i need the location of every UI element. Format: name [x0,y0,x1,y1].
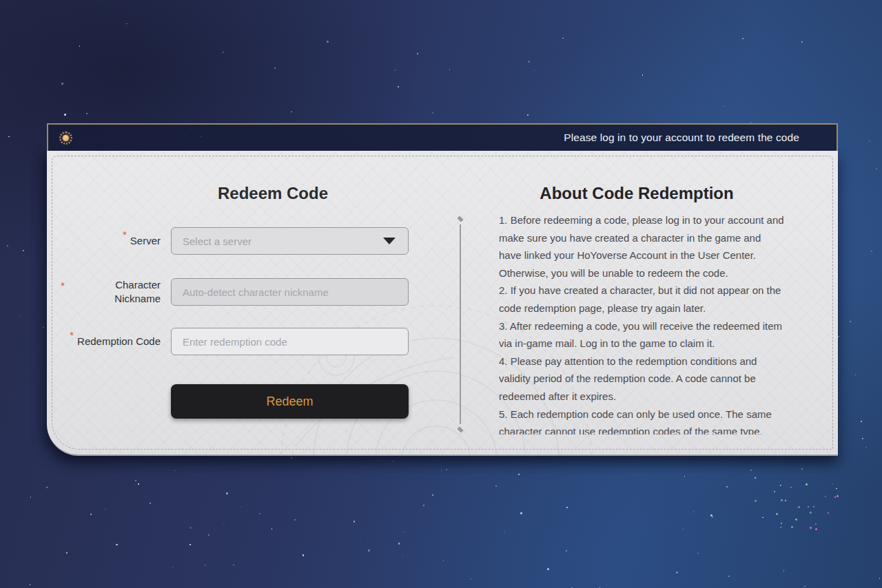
required-asterisk: * [123,227,127,242]
redemption-header-bar: Please log in to your account to redeem … [47,123,838,151]
nickname-input[interactable] [171,278,409,306]
server-select-placeholder: Select a server [183,235,252,247]
divider-diamond-top [457,216,463,222]
redeem-form-title: Redeem Code [66,184,480,203]
nickname-label: * Character Nickname [61,278,161,306]
server-label: * Server [61,227,161,255]
redemption-code-input[interactable] [171,328,409,355]
about-item: 3. After redeeming a code, you will rece… [499,317,786,353]
login-notice-text: Please log in to your account to redeem … [564,132,799,144]
server-select[interactable]: Select a server [171,227,409,255]
chevron-down-icon [383,238,396,244]
about-item: 1. Before redeeming a code, please log i… [499,211,786,282]
about-item: 5. Each redemption code can only be used… [499,406,786,434]
page: { "header": { "notice": "Please log in t… [0,0,882,588]
about-title: About Code Redemption [478,184,795,203]
divider-diamond-bottom [457,426,463,432]
about-item: 4. Please pay attention to the redemptio… [499,353,786,406]
redemption-card: Redeem Code * Server Select a server * C… [47,151,838,456]
about-item: 2. If you have created a character, but … [499,282,786,317]
redeem-button[interactable]: Redeem [171,384,409,419]
sun-icon [59,132,72,145]
required-asterisk: * [70,328,74,342]
vertical-divider [457,215,464,434]
code-label: * Redemption Code [61,328,161,355]
about-instructions: 1. Before redeeming a code, please log i… [499,211,786,434]
required-asterisk: * [61,278,65,293]
